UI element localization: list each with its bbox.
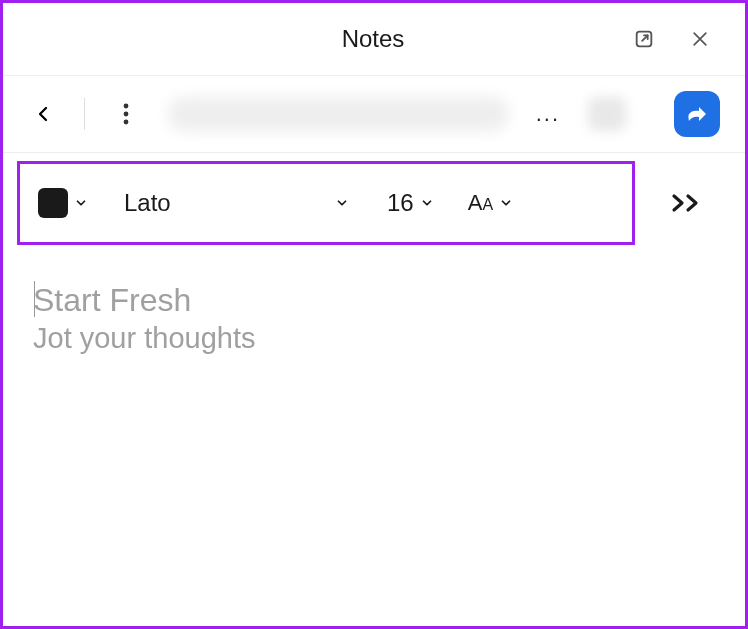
title-ellipsis: ... <box>536 101 570 127</box>
editor-placeholder-subtitle: Jot your thoughts <box>33 321 715 356</box>
more-formatting-button[interactable] <box>657 173 717 233</box>
toolbar-row: Lato 16 AA <box>17 161 731 245</box>
more-menu-icon[interactable] <box>111 99 141 129</box>
font-size-picker[interactable]: 16 <box>387 189 434 217</box>
svg-point-1 <box>124 104 129 109</box>
back-button[interactable] <box>28 99 58 129</box>
nav-row: ... <box>3 76 745 153</box>
color-swatch <box>38 188 68 218</box>
chevron-down-icon <box>420 196 434 210</box>
text-case-icon: AA <box>468 190 493 216</box>
text-style-picker[interactable]: AA <box>468 190 513 216</box>
avatar-redacted <box>588 97 626 131</box>
open-external-icon[interactable] <box>631 26 657 52</box>
app-frame: Notes <box>0 0 748 629</box>
text-color-picker[interactable] <box>38 188 88 218</box>
editor-placeholder-title: Start Fresh <box>33 281 715 319</box>
share-button[interactable] <box>674 91 720 137</box>
close-icon[interactable] <box>687 26 713 52</box>
font-size-label: 16 <box>387 189 414 217</box>
chevron-down-icon <box>335 196 349 210</box>
note-title-redacted <box>169 97 508 131</box>
chevron-down-icon <box>74 196 88 210</box>
font-name-label: Lato <box>124 189 171 217</box>
divider <box>84 98 85 130</box>
font-family-picker[interactable]: Lato <box>124 189 349 217</box>
chevron-down-icon <box>499 196 513 210</box>
note-editor[interactable]: Start Fresh Jot your thoughts <box>3 253 745 384</box>
formatting-toolbar: Lato 16 AA <box>3 153 745 253</box>
svg-point-2 <box>124 112 129 117</box>
page-title: Notes <box>342 25 405 53</box>
toolbar-highlight-box: Lato 16 AA <box>17 161 635 245</box>
header-bar: Notes <box>3 3 745 76</box>
svg-point-3 <box>124 120 129 125</box>
header-actions <box>631 26 713 52</box>
